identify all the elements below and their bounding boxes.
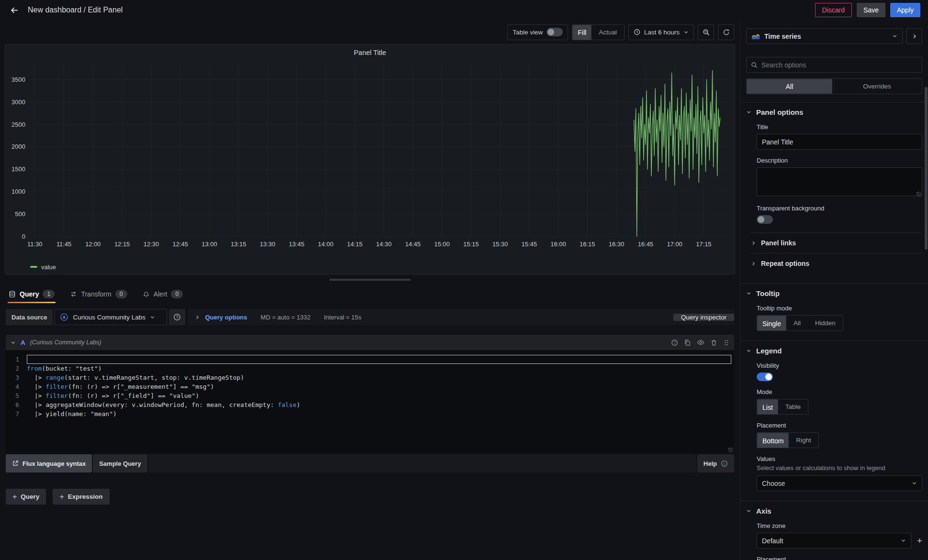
options-tab-all[interactable]: All [747,79,832,94]
tab-alert[interactable]: Alert0 [142,285,184,303]
code-line-2[interactable]: 2from(bucket: "test") [6,364,734,373]
svg-text:2000: 2000 [11,143,25,150]
flux-code-editor[interactable]: 12from(bucket: "test")3 |> range(start: … [6,350,734,453]
tooltip-mode-hidden[interactable]: Hidden [808,316,843,330]
tooltip-mode-single[interactable]: Single [757,316,786,331]
refresh-button[interactable] [718,24,734,40]
line-number: 5 [6,391,27,400]
section-title: Panel options [756,108,803,116]
zoom-out-button[interactable] [698,24,714,40]
discard-button[interactable]: Discard [815,3,852,17]
chevron-down-icon [683,30,689,35]
code-line-5[interactable]: 5 |> filter(fn: (r) => r["_field"] == "v… [6,391,734,400]
legend-placement-bottom[interactable]: Bottom [757,433,789,448]
tab-transform[interactable]: Transform0 [69,285,128,303]
apply-button[interactable]: Apply [890,3,920,17]
legend-mode-list[interactable]: List [757,399,778,415]
repeat-options-collapse[interactable]: Repeat options [751,253,922,274]
chevron-down-icon [11,340,16,345]
flux-syntax-button[interactable]: Flux language syntax [6,454,92,472]
external-link-icon [12,460,19,467]
transparent-bg-label: Transparent background [757,205,922,212]
query-ref-id[interactable]: A [21,339,25,346]
query-tabs: Query1Transform0Alert0 [0,285,740,303]
options-tab-overrides[interactable]: Overrides [832,79,922,94]
tooltip-mode-all[interactable]: All [786,316,808,330]
code-line-1[interactable]: 1 [6,355,734,364]
datasource-help-button[interactable]: ? [169,309,185,325]
options-search-input[interactable] [761,61,917,69]
legend-series-label[interactable]: value [41,264,56,271]
time-range-picker[interactable]: Last 6 hours [628,24,694,40]
legend-header[interactable]: Legend [746,347,922,355]
sidebar-scrollbar[interactable] [925,87,928,250]
section-panel-options: Panel options Title Description Transpar… [740,102,928,284]
page-title: New dashboard / Edit Panel [28,6,123,14]
transform-icon [70,290,77,298]
query-help-button[interactable]: ? [671,339,678,346]
chart-panel: Panel Title 0500100015002000250030003500… [5,44,735,275]
query-options-link[interactable]: Query options [205,314,247,321]
save-button[interactable]: Save [857,3,885,17]
options-search[interactable] [746,57,922,73]
clock-icon [634,29,640,35]
code-line-4[interactable]: 4 |> filter(fn: (r) => r["_measurement"]… [6,382,734,391]
textarea-resize-corner[interactable] [917,192,921,197]
code-text: |> filter(fn: (r) => r["_measurement"] =… [27,382,731,391]
display-mode-actual[interactable]: Actual [592,25,624,40]
panel-links-collapse[interactable]: Panel links [751,232,922,253]
code-line-6[interactable]: 6 |> aggregateWindow(every: v.windowPeri… [6,400,734,409]
legend-values-select[interactable]: Choose [757,475,922,491]
duplicate-query-button[interactable] [684,339,691,346]
timezone-select[interactable]: Default [757,533,911,549]
display-mode-fill[interactable]: Fill [572,25,592,40]
help-button[interactable]: Help [697,454,734,472]
code-line-7[interactable]: 7 |> yield(name: "mean") [6,409,734,418]
query-editor-card: A (Curious Community Labs) ? 12from(buck… [6,335,734,472]
svg-text:14:45: 14:45 [405,241,421,248]
add-timezone-button[interactable]: + [917,536,922,545]
visualization-picker[interactable]: Time series [746,28,903,44]
time-series-chart[interactable]: 050010001500200025003000350011:3011:4512… [5,60,735,260]
transparent-bg-toggle[interactable] [757,215,773,224]
svg-text:13:15: 13:15 [231,241,246,248]
tab-label: Query [20,290,39,298]
svg-text:12:00: 12:00 [85,241,101,248]
chevron-down-icon [746,348,751,353]
sample-query-button[interactable]: Sample Query [93,454,147,472]
tab-query[interactable]: Query1 [8,285,56,303]
back-button[interactable] [8,3,21,17]
chart-svg: 050010001500200025003000350011:3011:4512… [7,60,733,251]
tab-count-badge: 0 [171,290,183,298]
drag-query-handle[interactable] [723,339,729,346]
add-query-button[interactable]: +Query [6,489,46,505]
tooltip-header[interactable]: Tooltip [746,289,922,297]
line-number: 6 [6,400,27,409]
svg-text:2500: 2500 [11,121,25,128]
table-view-toggle[interactable] [547,28,563,36]
disable-query-button[interactable] [697,339,704,346]
datasource-picker[interactable]: Curious Community Labs [55,309,167,325]
panel-title-input[interactable] [757,134,922,150]
legend-mode-table[interactable]: Table [778,399,808,414]
panel-resize-handle[interactable] [329,279,411,281]
axis-header[interactable]: Axis [746,507,922,515]
query-editor-header[interactable]: A (Curious Community Labs) ? [6,335,734,350]
flux-syntax-label: Flux language syntax [22,460,86,467]
query-inspector-button[interactable]: Query inspector [673,314,734,321]
add-expression-label: Expression [68,493,103,500]
svg-text:17:00: 17:00 [667,241,682,248]
section-title: Tooltip [756,289,780,297]
panel-title[interactable]: Panel Title [5,44,735,60]
panel-options-header[interactable]: Panel options [746,108,922,116]
code-line-3[interactable]: 3 |> range(start: v.timeRangeStart, stop… [6,373,734,382]
legend-placement-right[interactable]: Right [789,433,818,448]
add-expression-button[interactable]: +Expression [53,489,109,505]
collapse-pane-button[interactable] [906,28,922,44]
timezone-label: Time zone [757,522,922,529]
svg-text:1500: 1500 [11,165,25,173]
description-textarea[interactable] [757,167,922,196]
legend-visibility-toggle[interactable] [757,373,773,381]
editor-resize-corner[interactable] [728,448,733,452]
delete-query-button[interactable] [710,339,717,346]
